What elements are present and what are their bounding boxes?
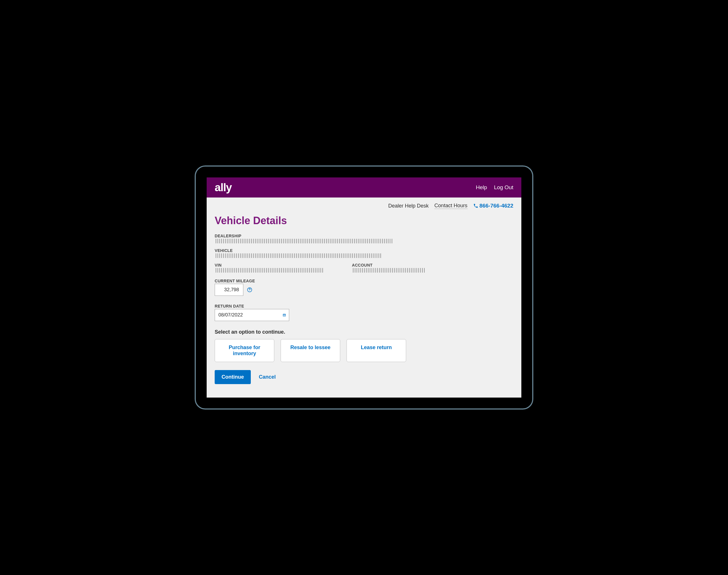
svg-point-10 — [284, 315, 285, 316]
svg-point-1 — [249, 291, 250, 291]
svg-point-9 — [283, 315, 284, 316]
option-resale-lessee[interactable]: Resale to lessee — [281, 339, 340, 362]
vin-field: VIN ||||||||||||||||||||||||||||||||||||… — [215, 263, 323, 272]
account-label: ACCOUNT — [352, 263, 425, 267]
phone-link[interactable]: 866-766-4622 — [473, 203, 513, 209]
svg-point-6 — [283, 315, 284, 315]
ally-logo: ally — [215, 181, 232, 194]
contact-hours-link[interactable]: Contact Hours — [435, 203, 467, 209]
dealership-label: DEALERSHIP — [215, 234, 513, 238]
app-screen: ally Help Log Out Dealer Help Desk Conta… — [207, 177, 521, 398]
action-row: Continue Cancel — [215, 370, 513, 384]
dealer-help-desk-label: Dealer Help Desk — [388, 203, 429, 209]
continue-button[interactable]: Continue — [215, 370, 251, 384]
app-header: ally Help Log Out — [207, 177, 521, 198]
dealership-value: ||||||||||||||||||||||||||||||||||||||||… — [215, 239, 513, 243]
vehicle-field: VEHICLE ||||||||||||||||||||||||||||||||… — [215, 248, 513, 258]
svg-point-11 — [285, 315, 285, 316]
cancel-button[interactable]: Cancel — [259, 374, 276, 380]
page-content: Vehicle Details DEALERSHIP |||||||||||||… — [207, 209, 521, 398]
mileage-label: CURRENT MILEAGE — [215, 279, 513, 283]
vehicle-label: VEHICLE — [215, 248, 513, 253]
vin-value: ||||||||||||||||||||||||||||||||||||||||… — [215, 268, 323, 272]
subheader-bar: Dealer Help Desk Contact Hours 866-766-4… — [207, 198, 521, 209]
mileage-input-row — [215, 284, 513, 296]
mileage-field: CURRENT MILEAGE — [215, 279, 513, 296]
phone-icon — [473, 203, 478, 208]
mileage-input[interactable] — [215, 284, 243, 296]
help-link[interactable]: Help — [476, 184, 487, 191]
option-purchase-inventory[interactable]: Purchase for inventory — [215, 339, 274, 362]
return-date-input[interactable] — [215, 309, 283, 321]
return-date-label: RETURN DATE — [215, 304, 513, 308]
vehicle-value: ||||||||||||||||||||||||||||||||||||||||… — [215, 253, 513, 258]
option-prompt: Select an option to continue. — [215, 329, 513, 335]
dealership-field: DEALERSHIP |||||||||||||||||||||||||||||… — [215, 234, 513, 243]
tablet-device-frame: ally Help Log Out Dealer Help Desk Conta… — [195, 166, 533, 409]
option-lease-return[interactable]: Lease return — [347, 339, 406, 362]
account-field: ACCOUNT ||||||||||||||||||||||||||||||||… — [352, 263, 425, 272]
page-title: Vehicle Details — [215, 215, 513, 227]
header-nav: Help Log Out — [476, 184, 513, 191]
return-date-input-wrapper[interactable] — [215, 309, 289, 321]
option-row: Purchase for inventory Resale to lessee … — [215, 339, 513, 362]
help-icon[interactable] — [247, 287, 252, 293]
svg-point-7 — [284, 315, 285, 315]
vin-label: VIN — [215, 263, 323, 267]
calendar-icon[interactable] — [283, 312, 286, 318]
svg-point-8 — [285, 315, 285, 315]
account-value: ||||||||||||||||||||||||||||||||||||||| — [352, 268, 425, 272]
vin-account-row: VIN ||||||||||||||||||||||||||||||||||||… — [215, 263, 513, 272]
return-date-field: RETURN DATE — [215, 304, 513, 321]
logout-link[interactable]: Log Out — [494, 184, 513, 191]
phone-number: 866-766-4622 — [480, 203, 513, 209]
